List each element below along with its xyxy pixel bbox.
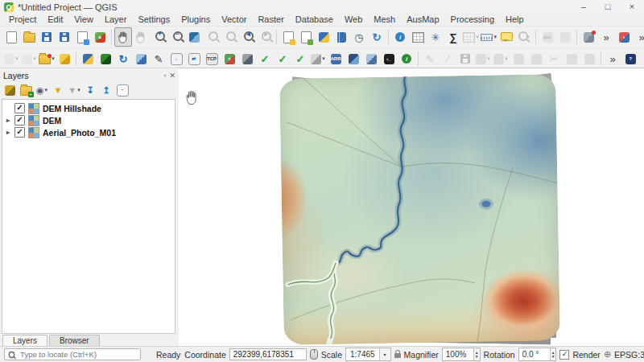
export-layer-button[interactable]: ⇄ [185,49,203,68]
new-print-layout-button[interactable] [73,27,91,47]
plugin-raster-chart-button[interactable] [362,49,380,68]
render-checkbox[interactable]: ✓ [559,350,569,360]
layer-visibility-checkbox[interactable]: ✓ [14,127,25,138]
toolbar-overflow-3-button[interactable]: » [604,49,621,68]
scale-combo[interactable]: 1:7465 ▾ [345,348,391,361]
layer-visibility-checkbox[interactable]: ✓ [14,103,25,113]
identify-features-button[interactable]: i [391,27,409,47]
expander-icon[interactable]: ▸ [5,117,11,124]
new-project-button[interactable] [2,27,20,47]
scale-dropdown-icon[interactable]: ▾ [379,348,390,360]
zoom-in-button[interactable]: + [150,27,167,47]
zoom-last-button[interactable]: ◂ [238,27,256,47]
temporal-controller-button[interactable]: ◷ [350,27,368,47]
measure-line-button[interactable]: ▾ [480,27,497,47]
lock-scale-icon[interactable] [394,353,401,358]
save-project-as-button[interactable] [56,27,73,47]
plugin-panel-button[interactable] [345,49,362,68]
magnifier-value[interactable]: 100% [443,348,473,360]
expand-all-button[interactable]: ↧ [83,83,97,97]
menu-edit[interactable]: Edit [42,14,68,26]
panel-tab-browser[interactable]: Browser [49,335,100,347]
collapse-all-button[interactable]: ↥ [99,83,114,97]
menu-view[interactable]: View [68,14,99,26]
check-geometry-3-button[interactable]: ✓ [291,49,309,68]
menu-vector[interactable]: Vector [216,14,252,26]
menu-plugins[interactable]: Plugins [175,14,216,26]
plugin-tcp-button[interactable]: TCP [203,49,221,68]
scale-value[interactable]: 1:7465 [346,348,379,360]
menu-layer[interactable]: Layer [99,14,133,26]
plugin-blue-layer-button[interactable] [132,49,150,68]
menu-raster[interactable]: Raster [252,14,289,26]
toolbar-overflow-2-button[interactable]: » [633,27,644,47]
maximize-button[interactable]: □ [596,0,620,14]
dropdown-arrow-icon[interactable]: ▾ [45,87,48,93]
layer-visibility-checkbox[interactable]: ✓ [14,115,25,125]
pan-map-button[interactable] [114,27,132,47]
manage-map-themes-button[interactable]: ◉▾ [35,83,49,97]
menu-ausmap[interactable]: AusMap [401,14,444,26]
map-tips-button[interactable] [497,27,515,47]
spin-down-icon[interactable]: ▾ [552,355,555,359]
map-canvas[interactable] [179,68,644,347]
plugin-processing-swirl-button[interactable]: ↻ [114,49,132,68]
check-geometry-2-button[interactable]: ✓ [274,49,291,68]
crs-globe-icon[interactable]: ⊕ [604,350,611,359]
dropdown-arrow-icon[interactable]: ▾ [77,87,80,93]
expander-icon[interactable]: ▸ [5,129,11,136]
open-project-button[interactable] [20,27,38,47]
zoom-full-extent-button[interactable] [185,27,203,47]
dropdown-arrow-icon[interactable]: ▾ [33,56,36,62]
dropdown-arrow-icon[interactable]: ▾ [493,34,497,40]
panel-close-icon[interactable]: ✕ [169,72,175,80]
dropdown-arrow-icon[interactable]: ▾ [52,56,55,62]
help-contents-button[interactable]: ? [621,49,639,68]
arr-plugin-button[interactable]: ARR [327,49,345,68]
check-geometry-1-button[interactable]: ✓ [256,49,274,68]
layer-row-dem[interactable]: ▸✓DEM [2,114,175,126]
menu-settings[interactable]: Settings [132,14,175,26]
filter-legend-button[interactable]: ▼ [51,83,65,97]
coordinate-input[interactable]: 292399,6178351 [229,348,307,360]
add-layer-button[interactable]: ▾ [38,49,56,68]
menu-processing[interactable]: Processing [445,14,500,26]
menu-mesh[interactable]: Mesh [368,14,401,26]
locator-input[interactable] [19,349,138,360]
layer-row-aerial-photo-m01[interactable]: ▸✓Aerial_Photo_M01 [2,126,175,138]
toolbar-overflow-1-button[interactable]: » [597,27,615,47]
dropdown-arrow-icon[interactable]: ▾ [487,56,490,62]
menu-help[interactable]: Help [500,14,530,26]
new-temporary-scratch-layer-button[interactable] [56,49,73,68]
minimize-button[interactable]: – [572,0,596,14]
dropdown-arrow-icon[interactable]: ▾ [476,34,479,40]
plugin-digitize-pen-button[interactable]: ✎ [150,49,167,68]
save-project-button[interactable] [38,27,56,47]
locator-search[interactable] [4,348,141,360]
dropdown-arrow-icon[interactable]: ▾ [15,56,19,62]
processing-toolbox-button[interactable]: ✳ [427,27,444,47]
refresh-map-button[interactable]: ↻ [368,27,386,47]
plugin-terminal-button[interactable]: ›_ [380,49,398,68]
style-manager-button[interactable]: a [91,27,109,47]
import-layer-button[interactable]: ↓ [167,49,185,68]
rotation-spin-arrows[interactable]: ▴ ▾ [550,348,556,360]
zoom-out-button[interactable]: − [167,27,185,47]
extents-toggle-icon[interactable] [310,349,318,360]
plugin-info-button[interactable]: i [398,49,415,68]
statistical-summary-button[interactable]: ∑ [444,27,462,47]
layer-row-dem-hillshade[interactable]: ✓DEM Hillshade [2,102,175,114]
plugin-image-capture-button[interactable] [238,49,256,68]
dropdown-arrow-icon[interactable]: ▾ [505,56,508,62]
open-layer-styling-panel-button[interactable] [2,83,17,97]
show-spatial-bookmarks-button[interactable] [332,27,350,47]
plugin-layer-compare-button[interactable]: ± [221,49,238,68]
menu-project[interactable]: Project [3,14,42,26]
menu-web[interactable]: Web [339,14,368,26]
panel-tab-layers[interactable]: Layers [2,335,47,347]
field-calculator-button[interactable] [409,27,427,47]
python-console-button[interactable] [79,49,97,68]
new-3d-map-view-button[interactable] [297,27,315,47]
remove-layer-button[interactable]: − [115,83,130,97]
plugin-polygon-digitize-button[interactable] [97,49,114,68]
